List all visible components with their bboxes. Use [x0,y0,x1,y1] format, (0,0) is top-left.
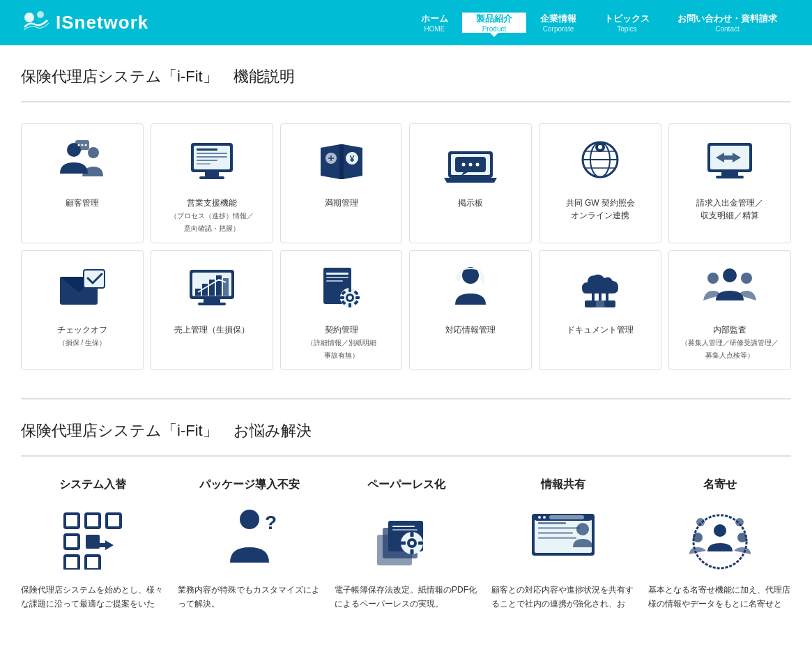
svg-text:?: ? [265,512,277,533]
svg-rect-11 [199,176,224,179]
svg-point-0 [24,13,34,22]
svg-point-102 [538,516,541,519]
paperless-icon [365,503,448,573]
svg-rect-36 [721,172,738,176]
customers-icon [51,134,114,190]
nav-topics[interactable]: トピックス Topics [590,13,664,33]
svg-rect-95 [410,532,413,537]
problem-item-paperless: ペーパーレス化 [335,478,477,611]
svg-point-56 [348,296,352,300]
nav-home-en: HOME [424,25,445,33]
feature-card-billing[interactable]: 請求入出金管理／収支明細／精算 [668,123,791,243]
nav-product[interactable]: 製品紹介 Product [462,13,526,33]
svg-rect-104 [549,515,584,519]
billing-icon [698,134,761,190]
nav-home[interactable]: ホーム HOME [407,13,462,33]
svg-point-85 [240,510,259,529]
feature-label-bulletin: 掲示板 [458,197,483,209]
svg-rect-58 [348,303,351,307]
svg-rect-12 [197,148,217,151]
sales-icon [181,134,243,190]
svg-rect-68 [592,294,595,300]
document-icon [569,261,631,317]
svg-point-5 [77,144,79,146]
svg-rect-96 [410,549,413,554]
svg-point-76 [741,273,752,284]
svg-point-74 [723,268,737,282]
nav-product-en: Product [482,25,506,33]
feature-card-checkoff[interactable]: チェックオフ（損保 / 生保） [21,250,144,370]
svg-rect-17 [339,144,344,179]
svg-rect-77 [65,514,79,528]
feature-card-bulletin[interactable]: 掲示板 [409,123,532,243]
svg-point-6 [81,144,83,146]
audit-icon [698,261,761,317]
sales2-icon [181,261,243,317]
svg-rect-66 [457,274,461,281]
svg-point-3 [88,147,99,158]
problem-title-system: システム入替 [59,478,126,492]
feature-card-expiry[interactable]: ¥ 満期管理 [280,123,403,243]
svg-rect-105 [538,522,566,524]
svg-rect-39 [84,270,105,288]
feature-card-document[interactable]: ドキュメント管理 [539,250,661,370]
svg-rect-73 [604,300,615,307]
merge-icon [678,503,762,573]
problem-title-paperless: ペーパーレス化 [367,478,445,492]
feature-section-title: 保険代理店システム「i-Fit」 機能説明 [21,45,791,102]
problem-item-system: システム入替 保険代理店システムを始めとし、様々な課題に沿って最適なご提案をいた [21,478,164,611]
nav-contact[interactable]: お問い合わせ・資料請求 Contact [664,13,791,33]
expiry-icon: ¥ [310,134,373,190]
svg-rect-42 [204,299,220,303]
svg-point-75 [707,273,719,284]
svg-rect-48 [223,278,229,296]
feature-card-gateway[interactable]: 共同 GW 契約照会オンライン連携 [539,123,661,243]
problem-title-package: パッケージ導入不安 [199,478,300,492]
feature-label-contract: 契約管理（詳細情報／別紙明細事故有無） [307,323,376,361]
nav-corporate-en: Corporate [543,25,574,33]
problem-item-sharing: 情報共有 [491,478,634,611]
problem-desc-system: 保険代理店システムを始めとし、様々な課題に沿って最適なご提案をいた [21,583,164,611]
nav-contact-ja: お問い合わせ・資料請求 [677,13,777,25]
feature-card-sales2[interactable]: 売上管理（生損保） [151,250,273,370]
feature-card-support[interactable]: 対応情報管理 [409,250,532,370]
svg-rect-84 [86,556,100,570]
package-icon: ? [208,503,291,573]
svg-point-94 [410,541,414,545]
svg-point-103 [543,516,546,519]
feature-card-customers[interactable]: 顧客管理 [21,123,144,243]
svg-point-33 [598,145,602,149]
nav-contact-en: Contact [715,25,739,33]
logo-icon [21,8,52,38]
problem-desc-merge: 基本となる名寄せ機能に加え、代理店様の情報やデータをもとに名寄せと [648,583,791,611]
feature-grid: 顧客管理 営業支援機能（プロセス [21,123,791,370]
nav-topics-ja: トピックス [604,13,650,25]
header: ISnetwork ホーム HOME 製品紹介 Product 企業情報 Cor… [0,0,812,45]
nav-topics-en: Topics [617,25,636,33]
feature-label-sales2: 売上管理（生損保） [174,323,250,336]
svg-text:¥: ¥ [349,154,354,164]
svg-rect-71 [585,300,596,307]
svg-rect-69 [599,294,602,300]
checkoff-icon [51,261,114,317]
svg-rect-83 [65,556,79,570]
feature-label-support: 対応情報管理 [445,323,496,336]
feature-label-checkoff: チェックオフ（損保 / 生保） [57,323,107,349]
support-icon [439,261,502,317]
feature-label-document: ドキュメント管理 [567,323,634,336]
svg-rect-59 [340,296,344,299]
svg-rect-91 [392,529,418,531]
feature-label-customers: 顧客管理 [66,197,99,209]
feature-card-audit[interactable]: 内部監査（募集人管理／研修受講管理／募集人点検等） [668,250,791,370]
logo[interactable]: ISnetwork [21,8,148,38]
svg-point-24 [462,163,466,167]
feature-card-contract[interactable]: 契約管理（詳細情報／別紙明細事故有無） [280,250,403,370]
feature-card-sales[interactable]: 営業支援機能（プロセス（進捗）情報／意向確認・把握） [151,123,273,243]
svg-rect-53 [326,280,343,282]
nav-product-ja: 製品紹介 [476,13,512,25]
feature-label-sales: 営業支援機能（プロセス（進捗）情報／意向確認・把握） [170,197,254,234]
nav-corporate[interactable]: 企業情報 Corporate [526,13,590,33]
sharing-icon [521,503,605,573]
problem-item-package: パッケージ導入不安 ? 業務内容が特殊でもカスタマイズによって解決。 [178,478,321,611]
svg-rect-47 [216,275,222,296]
